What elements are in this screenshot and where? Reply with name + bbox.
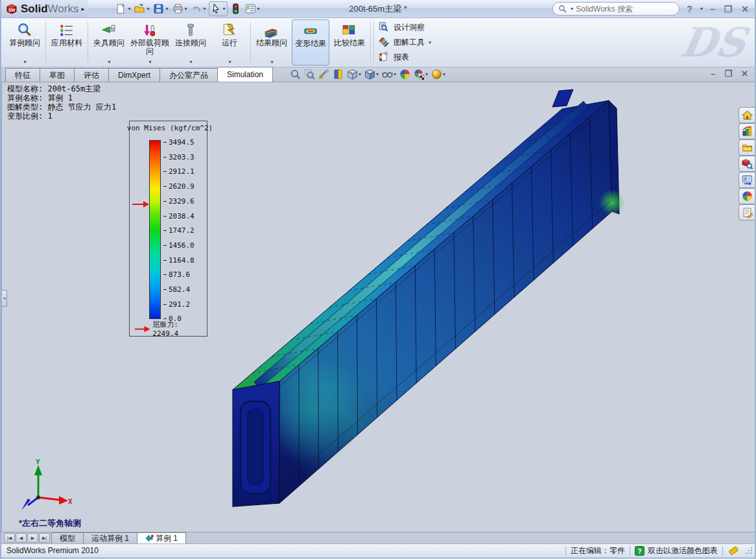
section-view-button[interactable] — [332, 68, 344, 80]
app-logo[interactable]: SW SolidWorks ▸ — [1, 0, 88, 18]
taskpane-appearances-scenes-button[interactable] — [738, 188, 755, 204]
ribbon-button-results-advisor[interactable]: 结果顾问▾ — [253, 19, 290, 65]
previous-view-button[interactable] — [318, 68, 330, 80]
doc-close-button[interactable]: ✕ — [741, 69, 748, 78]
tab-草图[interactable]: 草图 — [40, 68, 75, 82]
display-options-button[interactable]: ▾ — [244, 2, 261, 16]
taskpane-file-explorer-button[interactable] — [738, 139, 755, 156]
close-button[interactable]: ✕ — [739, 4, 751, 14]
undo-dropdown-icon[interactable]: ▾ — [204, 6, 206, 12]
scroll-next-tab-button[interactable]: ▶ — [27, 533, 38, 543]
select-button[interactable]: ▾ — [209, 1, 228, 16]
open-button[interactable]: ▾ — [133, 2, 150, 16]
tab-simulation[interactable]: Simulation — [217, 67, 273, 82]
select-dropdown-icon[interactable]: ▾ — [223, 6, 226, 12]
apply-scene-button[interactable]: ▾ — [413, 68, 429, 80]
title-bar: SW SolidWorks ▸ ▾▾▾▾▾▾▾ 200t-65m主梁 * ▾ ?… — [1, 0, 755, 18]
model-check-button[interactable] — [229, 2, 242, 16]
maximize-button[interactable]: ❐ — [722, 4, 735, 14]
taskpane-view-palette-button[interactable] — [738, 172, 755, 188]
new-document-button[interactable]: ▾ — [114, 2, 132, 16]
ribbon-button-external-loads-advisor[interactable]: 外部载荷顾问▾ — [129, 19, 171, 65]
ribbon-button-design-insight[interactable]: 设计洞察 — [378, 21, 431, 34]
stress-legend[interactable]: von Mises (kgf/cm^2) 3494.53203.32912.12… — [129, 121, 207, 337]
scroll-first-tab-button[interactable]: |◀ — [4, 533, 15, 543]
menu-flyout-arrow-icon[interactable]: ▸ — [81, 5, 84, 12]
tab-办公室产品[interactable]: 办公室产品 — [159, 68, 218, 82]
doc-minimize-button[interactable]: – — [711, 69, 715, 78]
svg-text:?: ? — [638, 547, 642, 554]
triad-x-label: X — [68, 497, 72, 506]
print-dropdown-icon[interactable]: ▾ — [185, 6, 187, 12]
ribbon-button-apply-material[interactable]: 应用材料 — [48, 19, 86, 65]
ribbon-button-connections-advisor[interactable]: 连接顾问▾ — [172, 19, 209, 65]
help-dropdown-icon[interactable]: ▾ — [700, 6, 703, 12]
tag-icon[interactable] — [727, 546, 739, 556]
display-options-icon — [245, 3, 256, 14]
help-button[interactable]: ? — [685, 4, 694, 14]
save-button[interactable]: ▾ — [152, 2, 169, 16]
scroll-prev-tab-button[interactable]: ◀ — [16, 533, 27, 543]
study-advisor-dropdown-icon[interactable]: ▾ — [23, 59, 26, 65]
ribbon-separator — [88, 22, 88, 63]
stress-result-model[interactable] — [2, 82, 755, 532]
search-input[interactable] — [576, 5, 667, 14]
new-document-dropdown-icon[interactable]: ▾ — [128, 6, 130, 12]
bottom-tab-模型[interactable]: 模型 — [51, 532, 84, 543]
search-scope-dropdown-icon[interactable]: ▾ — [571, 6, 573, 12]
fixtures-advisor-dropdown-icon[interactable]: ▾ — [108, 59, 110, 65]
hide-show-items-button[interactable]: ▾ — [381, 68, 397, 80]
view-settings-button[interactable]: ▾ — [431, 68, 446, 80]
ribbon-button-report[interactable]: 报表 — [378, 51, 431, 64]
undo-button[interactable]: ▾ — [190, 2, 207, 16]
taskpane-custom-properties-button[interactable] — [738, 204, 755, 220]
results-advisor-dropdown-icon[interactable]: ▾ — [270, 59, 273, 65]
legend-value: 3494.5 — [163, 138, 195, 147]
ribbon-button-study-advisor[interactable]: 算例顾问▾ — [6, 19, 43, 65]
taskpane-solidworks-resources-button[interactable] — [738, 107, 755, 123]
ribbon-button-compare-results[interactable]: 比较结果 — [331, 19, 368, 65]
plot-tools-dropdown-icon[interactable]: ▾ — [429, 40, 431, 45]
display-style-button[interactable]: ▾ — [364, 68, 379, 80]
ribbon-button-fixtures-advisor[interactable]: 夹具顾问▾ — [90, 19, 128, 65]
ribbon-button-deformed-result[interactable]: 变形结果 — [292, 19, 329, 65]
resize-grip[interactable] — [744, 546, 753, 555]
feature-manager-collapse-handle[interactable]: ◂ — [2, 290, 7, 307]
apply-scene-dropdown-icon[interactable]: ▾ — [425, 71, 428, 77]
doc-restore-button[interactable]: ❐ — [724, 69, 732, 78]
search-cube-icon — [742, 158, 753, 169]
ribbon-button-plot-tools[interactable]: 图解工具▾ — [378, 36, 431, 49]
taskpane-design-library-button[interactable] — [738, 123, 755, 139]
bottom-tab-算例1[interactable]: 算例 1 — [137, 532, 186, 543]
scroll-last-tab-button[interactable]: ▶| — [39, 533, 50, 543]
open-dropdown-icon[interactable]: ▾ — [147, 6, 149, 12]
connections-advisor-dropdown-icon[interactable]: ▾ — [189, 59, 192, 65]
ribbon-button-run[interactable]: 运行▾ — [211, 19, 248, 65]
tab-评估[interactable]: 评估 — [74, 68, 109, 82]
edit-appearance-button[interactable] — [399, 68, 411, 80]
ribbon-separator — [370, 22, 371, 63]
display-options-dropdown-icon[interactable]: ▾ — [257, 6, 260, 12]
save-dropdown-icon[interactable]: ▾ — [165, 6, 168, 12]
tab-dimxpert[interactable]: DimXpert — [108, 68, 160, 82]
search-box[interactable]: ▾ — [552, 2, 679, 16]
zoom-area-button[interactable] — [303, 68, 316, 80]
status-bar: SolidWorks Premium 2010 正在编辑：零件 ? 双击以激活颜… — [1, 543, 755, 557]
graphics-viewport[interactable]: 模型名称: 200t-65m主梁 算例名称: 算例 1 图解类型: 静态 节应力… — [1, 82, 755, 532]
zoom-fit-button[interactable] — [289, 68, 301, 80]
status-help-icon[interactable]: ? — [635, 546, 644, 556]
tab-特征[interactable]: 特征 — [5, 68, 40, 82]
display-style-dropdown-icon[interactable]: ▾ — [376, 71, 379, 77]
ribbon-button-label: 夹具顾问 — [93, 39, 124, 47]
print-button[interactable]: ▾ — [171, 2, 189, 16]
external-loads-advisor-dropdown-icon[interactable]: ▾ — [148, 59, 151, 65]
minimize-button[interactable]: – — [708, 4, 717, 14]
view-orientation-button[interactable]: +▾ — [346, 68, 362, 80]
view-orientation-dropdown-icon[interactable]: ▾ — [359, 71, 361, 77]
taskpane-search-results-button[interactable] — [738, 156, 755, 172]
hide-show-items-dropdown-icon[interactable]: ▾ — [394, 71, 396, 77]
report-icon — [378, 51, 390, 64]
view-settings-dropdown-icon[interactable]: ▾ — [443, 71, 445, 77]
run-dropdown-icon[interactable]: ▾ — [228, 59, 231, 65]
bottom-tab-运动算例1[interactable]: 运动算例 1 — [83, 532, 137, 543]
